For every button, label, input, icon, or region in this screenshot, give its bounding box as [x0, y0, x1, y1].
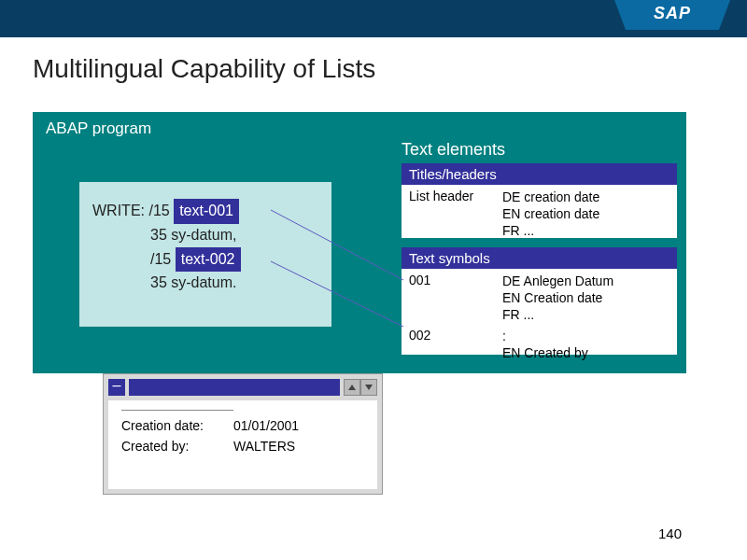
- code-l1-pre: WRITE: /15: [92, 203, 174, 218]
- created-by-value: WALTERS: [233, 439, 295, 454]
- creation-date-label: Creation date:: [121, 418, 233, 433]
- text-symbols-box: Text symbols 001 DE Anlegen Datum EN Cre…: [402, 247, 677, 355]
- code-line-4: 35 sy-datum.: [150, 272, 318, 295]
- ts-row1: 001 DE Anlegen Datum EN Creation date FR…: [402, 269, 677, 328]
- text-002-highlight: text-002: [176, 247, 241, 273]
- output-row-1: Creation date: 01/01/2001: [121, 418, 364, 433]
- page-title: Multilingual Capability of Lists: [33, 54, 375, 84]
- ts-r1-col1: 001: [409, 273, 502, 324]
- ts-r2-col2: : EN Created by: [502, 328, 588, 361]
- ts-r1-de: DE Anlegen Datum: [502, 273, 613, 289]
- code-line-2: 35 sy-datum,: [150, 224, 318, 247]
- arrow-up-icon[interactable]: [344, 379, 360, 396]
- code-box: WRITE: /15 text-001 35 sy-datum, /15 tex…: [79, 182, 331, 327]
- ts-row2: 002 : EN Created by: [402, 328, 677, 365]
- code-line-3: /15 text-002: [150, 247, 318, 273]
- output-divider: [121, 410, 233, 411]
- output-window: – Creation date: 01/01/2001 Created by: …: [103, 373, 383, 495]
- page-number: 140: [658, 525, 682, 541]
- ts-r2-l2: EN Created by: [502, 344, 588, 361]
- svg-marker-3: [365, 385, 373, 390]
- brand-tab: SAP: [626, 0, 719, 30]
- text-symbols-header: Text symbols: [402, 247, 677, 269]
- created-by-label: Created by:: [121, 439, 233, 454]
- ts-r2-col1: 002: [409, 328, 502, 361]
- th-de: DE creation date: [502, 189, 599, 205]
- brand-text: SAP: [626, 0, 719, 26]
- text-elements-label: Text elements: [402, 140, 505, 160]
- output-body: Creation date: 01/01/2001 Created by: WA…: [108, 400, 377, 489]
- titles-headers-header: Titles/headers: [402, 163, 677, 185]
- th-en: EN creation date: [502, 205, 599, 222]
- ts-r1-en: EN Creation date: [502, 289, 613, 306]
- code-line-1: WRITE: /15 text-001: [92, 199, 318, 224]
- code-l3-pre: /15: [150, 251, 176, 267]
- svg-marker-2: [348, 385, 356, 390]
- ts-r2-l1: :: [502, 328, 588, 344]
- creation-date-value: 01/01/2001: [233, 418, 299, 433]
- ts-r1-fr: FR ...: [502, 306, 613, 323]
- titlebar-fill: [129, 379, 340, 396]
- text-001-highlight: text-001: [174, 199, 239, 224]
- ts-r1-col2: DE Anlegen Datum EN Creation date FR ...: [502, 273, 613, 324]
- scroll-arrows: [344, 379, 377, 396]
- minimize-icon[interactable]: –: [108, 379, 125, 396]
- th-fr: FR ...: [502, 222, 599, 239]
- arrow-down-icon[interactable]: [360, 379, 377, 396]
- output-row-2: Created by: WALTERS: [121, 439, 364, 454]
- th-col2: DE creation date EN creation date FR ...: [502, 189, 599, 240]
- output-titlebar: –: [108, 379, 377, 396]
- titles-headers-box: Titles/headers List header DE creation d…: [402, 163, 677, 238]
- th-col1: List header: [409, 189, 502, 240]
- titles-headers-content: List header DE creation date EN creation…: [402, 185, 677, 244]
- panel-label: ABAP program: [46, 119, 151, 138]
